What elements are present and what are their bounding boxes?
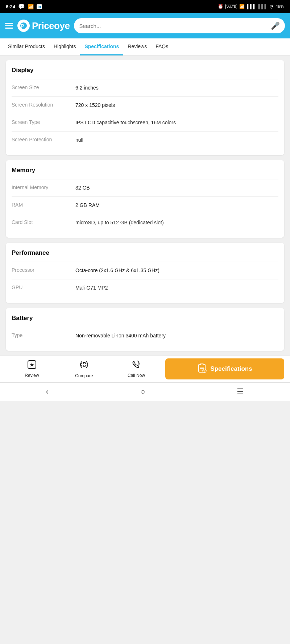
gpu-label: GPU — [12, 284, 70, 290]
ram-value: 2 GB RAM — [75, 201, 278, 209]
spec-row-screen-resolution: Screen Resolution 720 x 1520 pixels — [12, 96, 278, 114]
tab-reviews[interactable]: Reviews — [123, 38, 151, 55]
screen-protection-value: null — [75, 136, 278, 144]
specifications-button[interactable]: Specifications — [165, 358, 284, 379]
battery-type-value: Non-removable Li-Ion 3400 mAh battery — [75, 332, 278, 340]
signal-bars2-icon: ▌▌▌ — [258, 4, 268, 9]
android-nav-bar: ‹ ○ ☰ — [0, 382, 290, 401]
bottom-bar: Review Compare Call Now — [0, 355, 290, 382]
screen-protection-label: Screen Protection — [12, 136, 70, 142]
time-display: 6:24 — [6, 4, 15, 9]
spec-row-ram: RAM 2 GB RAM — [12, 196, 278, 214]
mic-icon[interactable]: 🎤 — [271, 21, 280, 30]
logo-icon: P — [17, 20, 30, 32]
logo-area: P Priceoye — [17, 20, 70, 32]
tab-specifications[interactable]: Specifications — [80, 38, 123, 55]
header: P Priceoye 🎤 — [0, 13, 290, 38]
spec-row-card-slot: Card Slot microSD, up to 512 GB (dedicat… — [12, 214, 278, 231]
spec-row-gpu: GPU Mali-G71 MP2 — [12, 279, 278, 296]
logo-text: Priceoye — [32, 20, 70, 32]
specs-btn-icon — [197, 363, 207, 374]
signal-bars-icon: ▌▌▌ — [247, 4, 256, 9]
linkedin-icon: in — [37, 4, 42, 9]
spec-row-internal-memory: Internal Memory 32 GB — [12, 179, 278, 196]
battery-type-label: Type — [12, 332, 70, 338]
review-action[interactable]: Review — [6, 360, 58, 378]
whatsapp-icon: 💬 — [18, 3, 25, 10]
card-slot-value: microSD, up to 512 GB (dedicated slot) — [75, 219, 278, 227]
search-input[interactable] — [79, 23, 268, 29]
screen-size-value: 6.2 inches — [75, 84, 278, 92]
compare-icon — [79, 360, 89, 372]
call-now-label: Call Now — [128, 373, 145, 378]
wifi-icon: 📶 — [239, 4, 245, 9]
battery-title: Battery — [12, 315, 278, 322]
gpu-value: Mali-G71 MP2 — [75, 284, 278, 292]
performance-card: Performance Processor Octa-core (2x1.6 G… — [6, 243, 284, 303]
call-now-action[interactable]: Call Now — [110, 360, 162, 378]
status-bar: 6:24 💬 📶 in ⏰ VoLTE 📶 ▌▌▌ ▌▌▌ ◔ 49% — [0, 0, 290, 13]
back-button[interactable]: ‹ — [46, 387, 49, 396]
review-label: Review — [25, 373, 39, 378]
recents-button[interactable]: ☰ — [237, 387, 244, 396]
screen-resolution-label: Screen Resolution — [12, 101, 70, 108]
screen-type-value: IPS LCD capacitive touchscreen, 16M colo… — [75, 119, 278, 126]
call-icon — [132, 360, 141, 371]
battery-card: Battery Type Non-removable Li-Ion 3400 m… — [6, 308, 284, 351]
search-bar[interactable]: 🎤 — [74, 18, 285, 33]
svg-rect-4 — [200, 363, 203, 365]
volte-icon: VoLTE — [225, 4, 237, 9]
hamburger-menu[interactable] — [5, 23, 13, 29]
battery-percent: 49% — [276, 4, 284, 9]
card-slot-label: Card Slot — [12, 219, 70, 225]
processor-label: Processor — [12, 267, 70, 273]
screen-resolution-value: 720 x 1520 pixels — [75, 101, 278, 109]
screen-size-label: Screen Size — [12, 84, 70, 90]
svg-text:P: P — [21, 23, 24, 29]
display-title: Display — [12, 67, 278, 74]
signal-icon: 📶 — [28, 4, 34, 9]
specs-btn-label: Specifications — [210, 365, 252, 373]
tab-highlights[interactable]: Highlights — [49, 38, 80, 55]
status-right: ⏰ VoLTE 📶 ▌▌▌ ▌▌▌ ◔ 49% — [218, 4, 284, 9]
performance-title: Performance — [12, 249, 278, 257]
ram-label: RAM — [12, 201, 70, 208]
nav-tabs: Similar Products Highlights Specificatio… — [0, 38, 290, 56]
status-left: 6:24 💬 📶 in — [6, 3, 42, 10]
spec-row-battery-type: Type Non-removable Li-Ion 3400 mAh batte… — [12, 327, 278, 344]
spec-row-screen-size: Screen Size 6.2 inches — [12, 79, 278, 96]
memory-title: Memory — [12, 167, 278, 174]
memory-card: Memory Internal Memory 32 GB RAM 2 GB RA… — [6, 160, 284, 238]
battery-icon: ◔ — [270, 4, 273, 9]
compare-action[interactable]: Compare — [58, 360, 110, 378]
internal-memory-value: 32 GB — [75, 184, 278, 192]
screen-type-label: Screen Type — [12, 119, 70, 125]
spec-row-screen-type: Screen Type IPS LCD capacitive touchscre… — [12, 114, 278, 131]
home-button[interactable]: ○ — [140, 387, 145, 396]
review-icon — [27, 360, 37, 371]
specs-content: Display Screen Size 6.2 inches Screen Re… — [0, 56, 290, 355]
tab-faqs[interactable]: FAQs — [151, 38, 173, 55]
spec-row-processor: Processor Octa-core (2x1.6 GHz & 6x1.35 … — [12, 262, 278, 279]
spec-row-screen-protection: Screen Protection null — [12, 131, 278, 149]
internal-memory-label: Internal Memory — [12, 184, 70, 190]
tab-similar-products[interactable]: Similar Products — [4, 38, 49, 55]
processor-value: Octa-core (2x1.6 GHz & 6x1.35 GHz) — [75, 267, 278, 274]
alarm-icon: ⏰ — [218, 4, 223, 9]
compare-label: Compare — [75, 373, 93, 378]
display-card: Display Screen Size 6.2 inches Screen Re… — [6, 60, 284, 155]
